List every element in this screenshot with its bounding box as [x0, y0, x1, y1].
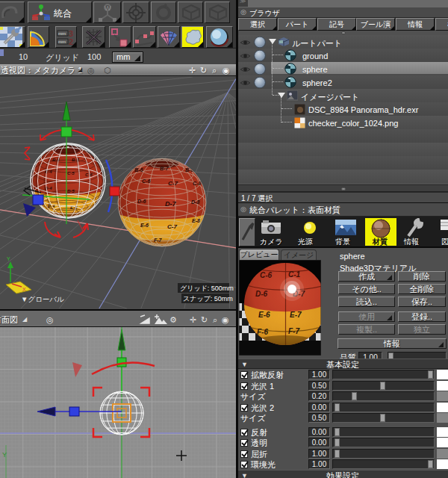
svg-text:C-4: C-4 — [45, 170, 52, 174]
svg-text:X: X — [22, 287, 26, 292]
svg-text:F-7: F-7 — [154, 238, 163, 243]
svg-text:E-8: E-8 — [192, 218, 200, 223]
svg-text:E-6: E-6 — [258, 311, 270, 319]
svg-text:C-6: C-6 — [260, 271, 273, 279]
svg-text:C-8: C-8 — [193, 181, 201, 186]
svg-text:mm: mm — [58, 40, 66, 44]
svg-text:F-6: F-6 — [257, 328, 268, 336]
svg-text:D-6: D-6 — [255, 290, 268, 298]
svg-text:D-7: D-7 — [165, 200, 176, 208]
svg-text:E-6: E-6 — [140, 223, 149, 228]
svg-text:D-5: D-5 — [67, 189, 75, 193]
svg-text:D-8: D-8 — [191, 199, 199, 205]
svg-text:▼グローバル: ▼グローバル — [21, 295, 64, 303]
svg-text:B-6: B-6 — [134, 167, 143, 173]
svg-text:B-7: B-7 — [160, 166, 169, 171]
svg-text:Y: Y — [2, 451, 7, 459]
svg-text:F-7: F-7 — [288, 327, 299, 335]
svg-text:C-6: C-6 — [85, 173, 93, 177]
svg-text:C-5: C-5 — [67, 171, 75, 176]
svg-text:Y: Y — [7, 256, 10, 261]
svg-text:C-7: C-7 — [168, 180, 178, 187]
svg-text:グリッド: 500mm: グリッド: 500mm — [180, 285, 234, 292]
svg-text:C-7: C-7 — [167, 223, 177, 230]
svg-text:スナップ: 50mm: スナップ: 50mm — [183, 295, 233, 302]
svg-text:E-7: E-7 — [290, 311, 302, 319]
svg-text:D-6: D-6 — [137, 199, 146, 204]
svg-text:mm: mm — [58, 31, 66, 36]
svg-text:B-5: B-5 — [72, 158, 79, 162]
svg-text:C-6: C-6 — [142, 179, 150, 184]
